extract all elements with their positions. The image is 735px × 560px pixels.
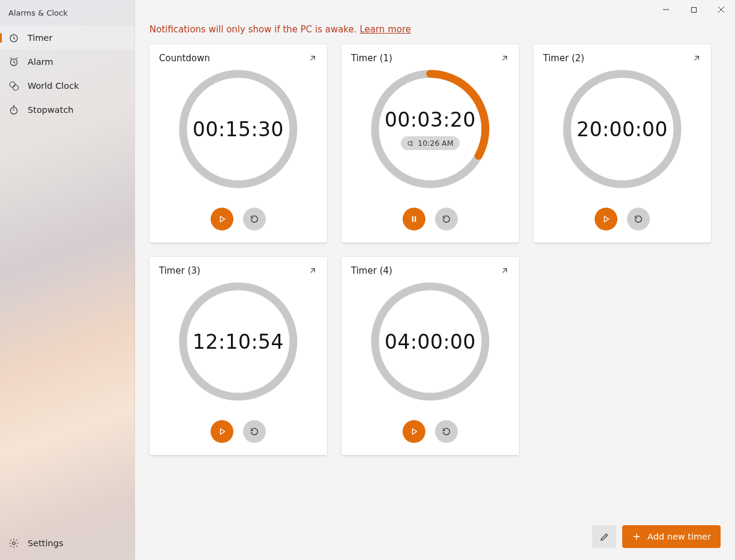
play-button[interactable] [211, 420, 233, 443]
timer-time: 12:10:54 [193, 330, 284, 354]
timer-title: Timer (3) [159, 265, 200, 276]
timer-dial: 04:00:00 [341, 278, 519, 420]
nav-item-timer[interactable]: Timer [0, 26, 134, 50]
timer-dial: 12:10:54 [149, 278, 327, 420]
edit-timers-button[interactable] [592, 525, 616, 548]
gear-icon [8, 538, 19, 549]
timer-time: 04:00:00 [385, 330, 476, 354]
expand-icon[interactable] [500, 266, 509, 275]
timer-dial: 20:00:00 [533, 66, 711, 208]
nav-item-alarm[interactable]: Alarm [0, 50, 134, 74]
timer-dial: 00:15:30 [149, 66, 327, 208]
nav-item-label: World Clock [28, 81, 79, 91]
timer-title: Timer (4) [351, 265, 392, 276]
expand-icon[interactable] [308, 266, 317, 275]
timer-card[interactable]: Countdown00:15:30 [149, 44, 327, 242]
notification-learn-more-link[interactable]: Learn more [359, 24, 411, 35]
timer-card-header: Timer (2) [533, 44, 711, 66]
timer-time: 20:00:00 [577, 118, 668, 141]
minimize-button[interactable] [652, 0, 680, 19]
timer-controls [533, 208, 711, 242]
timer-end-time-pill: 10:26 AM [401, 136, 459, 150]
reset-button[interactable] [243, 208, 266, 230]
nav-item-label: Alarm [28, 57, 53, 67]
nav-item-world-clock[interactable]: World Clock [0, 74, 134, 98]
timer-controls [341, 420, 519, 455]
play-button[interactable] [211, 208, 233, 230]
nav-item-label: Timer [28, 33, 52, 43]
timer-time: 00:15:30 [193, 118, 284, 141]
play-button[interactable] [403, 420, 425, 443]
svg-point-5 [13, 542, 16, 545]
reset-button[interactable] [435, 208, 458, 230]
nav-item-settings[interactable]: Settings [0, 531, 134, 555]
alarm-icon [8, 56, 19, 67]
timer-end-time: 10:26 AM [418, 139, 453, 148]
timer-card-header: Countdown [149, 44, 327, 66]
timer-controls [149, 208, 327, 242]
svg-rect-10 [412, 216, 413, 221]
svg-rect-11 [415, 216, 416, 221]
svg-rect-6 [691, 7, 696, 12]
reset-button[interactable] [435, 420, 458, 443]
play-button[interactable] [595, 208, 617, 230]
window-controls [652, 0, 735, 19]
timer-controls [149, 420, 327, 455]
app-title: Alarms & Clock [0, 0, 134, 26]
timer-card[interactable]: Timer (4)04:00:00 [341, 257, 519, 455]
nav-list: Timer Alarm World Clock Stopwatch [0, 26, 134, 122]
pause-button[interactable] [403, 208, 425, 230]
sidebar: Alarms & Clock Timer Alarm World Clock [0, 0, 135, 560]
timer-card-header: Timer (3) [149, 257, 327, 278]
maximize-button[interactable] [680, 0, 707, 19]
notification-text: Notifications will only show if the PC i… [149, 24, 359, 35]
timer-card[interactable]: Timer (2)20:00:00 [533, 44, 711, 242]
timer-time: 00:03:20 [385, 108, 476, 131]
nav-item-label: Stopwatch [28, 105, 74, 115]
timer-card[interactable]: Timer (3)12:10:54 [149, 257, 327, 455]
add-new-timer-button[interactable]: Add new timer [622, 525, 721, 548]
timer-title: Countdown [159, 53, 210, 64]
add-new-timer-label: Add new timer [647, 532, 711, 541]
timer-card-header: Timer (1) [341, 44, 519, 66]
expand-icon[interactable] [692, 53, 701, 63]
timer-card-header: Timer (4) [341, 257, 519, 278]
reset-button[interactable] [627, 208, 650, 230]
timer-grid: Countdown00:15:30Timer (1)00:03:2010:26 … [149, 44, 721, 455]
timer-title: Timer (2) [543, 53, 584, 64]
nav-item-stopwatch[interactable]: Stopwatch [0, 98, 134, 122]
close-button[interactable] [707, 0, 735, 19]
bottom-action-bar: Add new timer [592, 525, 721, 548]
expand-icon[interactable] [308, 53, 317, 63]
timer-icon [8, 32, 19, 43]
reset-button[interactable] [243, 420, 266, 443]
timer-title: Timer (1) [351, 53, 392, 64]
world-clock-icon [8, 80, 19, 91]
stopwatch-icon [8, 104, 19, 115]
timer-controls [341, 208, 519, 242]
svg-point-2 [10, 82, 15, 87]
nav-item-label: Settings [28, 538, 63, 548]
timer-card[interactable]: Timer (1)00:03:2010:26 AM [341, 44, 519, 242]
svg-point-3 [13, 85, 19, 91]
timer-dial: 00:03:2010:26 AM [341, 66, 519, 208]
notification-banner: Notifications will only show if the PC i… [135, 0, 735, 37]
expand-icon[interactable] [500, 53, 509, 63]
main-pane: Notifications will only show if the PC i… [135, 0, 735, 560]
